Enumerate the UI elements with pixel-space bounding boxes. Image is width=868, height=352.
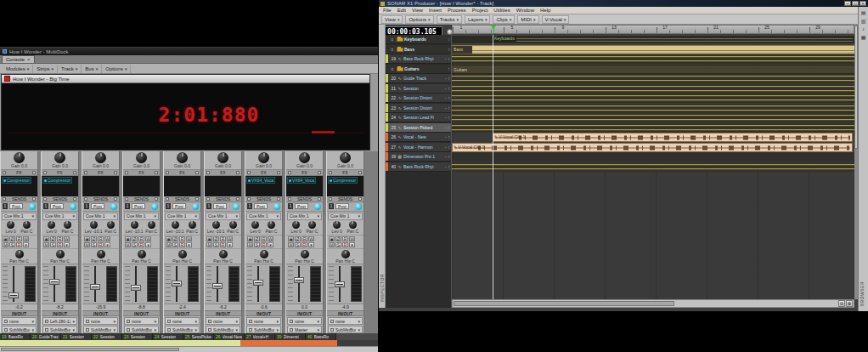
expand-track-icon[interactable]: ↕	[448, 145, 451, 150]
gain-knob[interactable]	[54, 152, 65, 163]
send-slot[interactable]: 1Post	[42, 202, 78, 212]
expand-track-icon[interactable]: ↕	[448, 76, 451, 81]
track-row-22[interactable]: 22∿Session Distort−↕	[386, 94, 451, 103]
input-select[interactable]: none▾	[2, 317, 37, 325]
expand-track-icon[interactable]: ↕	[448, 115, 451, 120]
console-track-tab[interactable]: 19BassRo	[0, 333, 31, 340]
toolbar-bus[interactable]: Bus▾	[82, 65, 102, 73]
folder-row-guitars[interactable]: ≡Guitars↕	[386, 65, 451, 74]
fx-add-icon[interactable]	[32, 171, 36, 174]
fx-plugin[interactable]: Compressor	[42, 177, 72, 184]
plugin-icon[interactable]: ▥	[861, 18, 866, 24]
cue-mix-select[interactable]: Cue Mix 1▾	[328, 213, 363, 220]
send-level-knob[interactable]	[151, 203, 158, 210]
track-row-21[interactable]: 21∿Session−↕	[386, 84, 451, 94]
read-automation-button[interactable]: R	[138, 236, 144, 241]
now-time-marker-icon[interactable]	[491, 26, 496, 30]
output-select[interactable]: SubMstBus▾	[83, 326, 118, 333]
fader-section[interactable]	[205, 264, 241, 304]
pan-knob[interactable]	[15, 250, 24, 258]
strip-menu-icon[interactable]: ▾	[186, 242, 192, 247]
write-automation-button[interactable]: W	[104, 236, 110, 241]
expand-track-icon[interactable]: ↕	[448, 37, 451, 42]
browser-collapsed-pane[interactable]: ▤ ▥ ♪ ▦ BROWSER	[858, 7, 868, 311]
expand-track-icon[interactable]: ↕	[448, 95, 451, 100]
output-select[interactable]: SubMstBus▾	[42, 326, 77, 333]
console-strip[interactable]: Gain 0.0FXSENDS1PostCue Mix 1▾Lev -10.1P…	[122, 151, 161, 333]
console-track-tab[interactable]: 25SessPicked	[183, 333, 214, 340]
minimize-track-icon[interactable]: −	[445, 134, 448, 139]
phase-button[interactable]: Ø	[335, 236, 341, 241]
minimize-track-icon[interactable]: −	[445, 56, 448, 61]
gain-knob[interactable]	[258, 152, 269, 163]
send-slot[interactable]: 1Post	[1, 202, 37, 212]
fx-bypass-icon[interactable]	[84, 171, 87, 174]
fader-thumb[interactable]	[90, 284, 100, 290]
output-select[interactable]: SubMstBus▾	[206, 326, 240, 333]
mute-button[interactable]: M	[3, 242, 8, 247]
expand-track-icon[interactable]: ↕	[448, 164, 451, 169]
menu-view[interactable]: View	[412, 8, 423, 13]
gain-knob[interactable]	[14, 152, 25, 163]
phase-button[interactable]: Ø	[254, 236, 260, 241]
solo-button[interactable]: S	[254, 242, 260, 247]
minimize-track-icon[interactable]: −	[445, 125, 448, 130]
write-automation-button[interactable]: W	[308, 236, 314, 241]
tv-toolbar-view[interactable]: View▾	[381, 15, 403, 24]
cue-mix-select[interactable]: Cue Mix 1▾	[287, 213, 322, 220]
clip-lane-19[interactable]	[452, 54, 854, 64]
horizontal-scrollbar[interactable]: ⊖ ⊕	[452, 299, 854, 308]
solo-button[interactable]: S	[335, 242, 341, 247]
fx-add-icon[interactable]	[114, 171, 117, 174]
fader-thumb[interactable]	[172, 281, 182, 287]
fx-bin[interactable]: Compressor	[42, 176, 78, 196]
interleave-button[interactable]: ▣	[84, 236, 90, 241]
maximize-icon[interactable]: □	[852, 1, 859, 6]
send-number[interactable]: 1	[329, 203, 334, 209]
clips-pane[interactable]: KeyboardsBassGuitars✎V-Vocal Clip 1✎V-Vo…	[452, 35, 854, 299]
console-strip[interactable]: Gain 0.0FXCompressorSENDS1PostCue Mix 1▾…	[326, 151, 364, 333]
mute-button[interactable]: M	[206, 242, 212, 247]
sends-collapse-icon[interactable]	[84, 197, 87, 201]
cue-mix-select[interactable]: Cue Mix 1▾	[83, 213, 118, 220]
input-select[interactable]: none▾	[328, 317, 363, 325]
track-row-19[interactable]: 19∿Bass Rock Rhyt−↕	[386, 54, 451, 64]
pan-knob[interactable]	[301, 250, 309, 258]
send-pan-knob[interactable]	[349, 221, 357, 229]
strip-menu-icon[interactable]: ▾	[23, 242, 29, 247]
folder-composite-clip[interactable]: Guitars	[452, 65, 854, 74]
send-level-knob[interactable]	[192, 203, 199, 210]
gain-knob[interactable]	[136, 152, 147, 163]
close-icon[interactable]: ×	[27, 56, 31, 63]
send-prepost-button[interactable]: Post	[335, 203, 349, 209]
send-level-knob[interactable]	[355, 203, 362, 210]
output-select[interactable]: Master▾	[287, 326, 322, 333]
send-prepost-button[interactable]: Post	[9, 203, 23, 209]
output-select[interactable]: SubMstBus▾	[124, 326, 159, 333]
mute-button[interactable]: M	[247, 242, 253, 247]
sends-collapse-icon[interactable]	[206, 197, 210, 201]
send-level-knob[interactable]	[251, 221, 259, 229]
sends-add-icon[interactable]	[155, 197, 158, 201]
sends-add-icon[interactable]	[277, 197, 280, 201]
fader-section[interactable]	[42, 264, 78, 304]
expand-track-icon[interactable]: ↕	[448, 105, 451, 111]
mute-button[interactable]: M	[288, 242, 294, 247]
input-select[interactable]: none▾	[83, 317, 118, 325]
clip-lane-keyboards[interactable]: Keyboards	[452, 35, 854, 44]
pan-knob[interactable]	[138, 250, 146, 258]
interleave-button[interactable]: ▣	[43, 236, 49, 241]
fx-add-icon[interactable]	[318, 171, 321, 174]
sends-collapse-icon[interactable]	[3, 197, 6, 201]
send-level-knob[interactable]	[7, 221, 14, 229]
menu-help[interactable]: Help	[540, 8, 550, 13]
fx-bypass-icon[interactable]	[247, 171, 251, 174]
track-row-40[interactable]: 40∿Bass Rock Rhyt−↕	[386, 162, 451, 172]
menu-utilities[interactable]: Utilities	[493, 8, 510, 13]
send-number[interactable]: 1	[166, 203, 171, 209]
fx-plugin[interactable]: VX64_Voca	[287, 177, 316, 184]
console-strip[interactable]: Gain 0.0FXSENDS1PostCue Mix 1▾Lev -10.1P…	[204, 151, 242, 333]
fx-add-icon[interactable]	[358, 171, 362, 174]
console-strip[interactable]: Gain 0.0FXCompressorSENDS1PostCue Mix 1▾…	[41, 151, 79, 333]
interleave-button[interactable]: ▣	[166, 236, 172, 241]
